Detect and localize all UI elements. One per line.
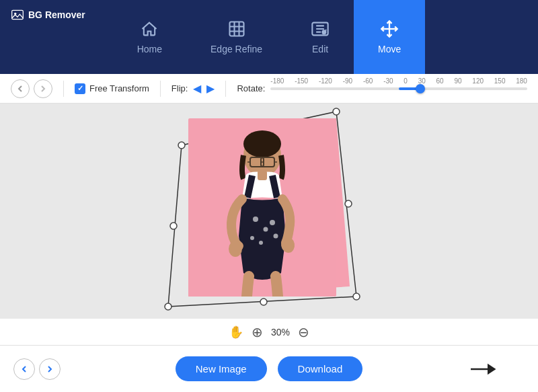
app-logo: BG Remover (11, 8, 85, 22)
next-button[interactable] (39, 358, 61, 380)
rotate-tick: -180 (270, 77, 284, 85)
action-bar: New Image Download (0, 345, 538, 392)
rotate-label: Rotate: (237, 83, 265, 93)
rotate-tick: -150 (295, 77, 308, 85)
flip-vertical-button[interactable]: ▶ (206, 82, 215, 95)
rotate-section: Rotate: -180 -150 -120 -90 -60 -30 0 30 … (237, 77, 527, 100)
free-transform-label: Free Transform (89, 83, 149, 93)
edge-refine-icon (227, 19, 246, 38)
svg-point-10 (178, 142, 185, 149)
rotate-tick: -60 (363, 77, 373, 85)
svg-point-28 (250, 236, 254, 240)
free-transform-control[interactable]: Free Transform (75, 83, 149, 94)
zoom-in-button[interactable]: ⊕ (252, 324, 263, 340)
prev-button[interactable] (13, 358, 35, 380)
svg-point-11 (333, 108, 340, 115)
rotate-track[interactable] (270, 87, 527, 90)
divider-2 (160, 81, 161, 97)
divider-3 (225, 81, 226, 97)
svg-point-27 (264, 227, 268, 232)
svg-point-17 (170, 223, 177, 229)
divider-1 (63, 81, 64, 97)
rotate-tick: 0 (404, 77, 408, 85)
zoom-out-button[interactable]: ⊖ (298, 324, 309, 340)
person-svg (188, 118, 336, 297)
forward-arrow-icon (38, 84, 48, 93)
toolbar: Free Transform Flip: ◀ ▶ Rotate: -180 -1… (0, 74, 538, 104)
svg-point-26 (253, 217, 258, 222)
next-arrow-icon (46, 365, 54, 373)
rotate-tick: 120 (472, 77, 484, 85)
home-icon (140, 19, 159, 38)
forward-button[interactable] (34, 79, 52, 98)
zoom-level: 30% (271, 327, 290, 338)
flip-horizontal-button[interactable]: ◀ (193, 82, 201, 95)
tab-home-label: Home (137, 44, 162, 54)
svg-point-13 (165, 303, 171, 310)
rotate-tick: 180 (516, 77, 527, 85)
prev-arrow-icon (20, 365, 28, 373)
back-arrow-icon (15, 84, 25, 93)
tab-move-label: Move (378, 44, 401, 54)
rotate-tick: -30 (383, 77, 393, 85)
tab-move[interactable]: Move (354, 0, 425, 74)
rotate-tick: -90 (343, 77, 352, 85)
pointer-arrow-icon (471, 359, 504, 379)
free-transform-checkbox[interactable] (75, 83, 85, 94)
edit-icon (311, 19, 330, 38)
rotate-tick: 150 (494, 77, 506, 85)
rotate-thumb[interactable] (416, 84, 425, 93)
svg-point-30 (259, 241, 263, 245)
tab-edit-label: Edit (312, 44, 328, 54)
rotate-tick: 90 (454, 77, 461, 85)
svg-point-20 (243, 130, 281, 157)
svg-rect-2 (229, 22, 243, 36)
tab-home[interactable]: Home (113, 0, 186, 74)
logo-icon (11, 8, 24, 22)
arrow-indicator (471, 359, 504, 379)
back-button[interactable] (11, 79, 30, 98)
svg-point-31 (274, 234, 278, 239)
tab-edit[interactable]: Edit (286, 0, 354, 74)
svg-point-32 (229, 241, 242, 257)
hand-tool-icon[interactable]: ✋ (229, 325, 243, 340)
svg-point-16 (260, 299, 267, 305)
svg-point-15 (345, 200, 352, 207)
tab-edge-refine[interactable]: Edge Refine (186, 0, 286, 74)
svg-rect-34 (258, 171, 267, 180)
rotate-tick: -120 (319, 77, 332, 85)
rotate-tick: 60 (436, 77, 444, 85)
new-image-button[interactable]: New Image (176, 356, 267, 381)
svg-rect-0 (12, 10, 24, 19)
svg-point-12 (353, 293, 360, 300)
subject-image (188, 118, 336, 297)
download-button[interactable]: Download (278, 356, 363, 381)
canvas-area (0, 104, 538, 318)
flip-section: Flip: ◀ ▶ (171, 82, 215, 95)
tab-edge-refine-label: Edge Refine (210, 44, 262, 54)
move-icon (380, 19, 399, 38)
flip-label: Flip: (171, 83, 188, 93)
zoom-bar: ✋ ⊕ 30% ⊖ (0, 318, 538, 345)
svg-point-29 (270, 220, 275, 225)
app-title: BG Remover (28, 9, 85, 20)
